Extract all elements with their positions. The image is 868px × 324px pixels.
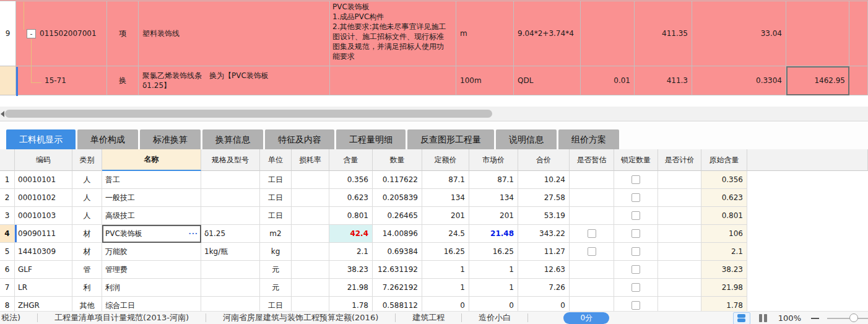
name-cell[interactable]: 管理费 [102, 261, 201, 279]
tab-工程量明细[interactable]: 工程量明细 [336, 129, 406, 149]
quantity-cell[interactable]: 0.01 [581, 66, 635, 95]
base-price-cell[interactable]: 1 [422, 261, 469, 279]
category-cell[interactable]: 人 [72, 189, 102, 207]
code-cell[interactable]: LR [15, 279, 72, 297]
feature-description-cell[interactable] [330, 66, 456, 95]
name-cell[interactable]: 一般技工 [102, 189, 201, 207]
market-price-cell[interactable]: 16.25 [469, 243, 518, 261]
spec-cell[interactable]: δ1.25 [201, 225, 260, 243]
price-cell[interactable]: 411.35 [635, 1, 692, 66]
priced-checkbox-cell[interactable] [658, 207, 701, 225]
table-row[interactable]: 7LR利利润元21.987.262192117.2621.98 [0, 279, 868, 297]
type-cell[interactable]: 项 [107, 1, 139, 66]
row-number-cell[interactable]: 6 [0, 261, 15, 279]
lock-qty-checkbox-cell[interactable] [614, 207, 658, 225]
unit-cell[interactable]: 工日 [260, 189, 292, 207]
checkbox[interactable] [631, 211, 640, 220]
name-cell[interactable]: 聚氯乙烯装饰线条 换为【PVC装饰板 δ1.25】 [139, 66, 330, 95]
total-cell[interactable]: 0.3304 [692, 66, 786, 95]
tab-说明信息[interactable]: 说明信息 [496, 129, 557, 149]
unit-cell[interactable]: 工日 [260, 171, 292, 189]
priced-checkbox-cell[interactable] [658, 189, 701, 207]
total-cell[interactable]: 53.19 [518, 207, 570, 225]
total-cell[interactable]: 11.27 [518, 243, 570, 261]
estimate-checkbox-cell[interactable] [570, 207, 614, 225]
quantity-cell[interactable]: 7.262192 [373, 279, 422, 297]
zoom-slider[interactable] [827, 318, 868, 319]
original-content-cell[interactable]: 0.356 [701, 171, 747, 189]
row-number-cell[interactable]: 7 [0, 279, 15, 297]
original-content-cell[interactable]: 106 [701, 225, 747, 243]
spec-cell[interactable] [201, 261, 260, 279]
market-price-cell[interactable]: 201 [469, 207, 518, 225]
code-cell[interactable]: 09090111 [15, 225, 72, 243]
original-content-cell[interactable]: 0.623 [701, 189, 747, 207]
total-cell[interactable]: 33.04 [692, 1, 786, 66]
quantity-cell[interactable]: 0.205839 [373, 189, 422, 207]
spec-cell[interactable] [201, 207, 260, 225]
market-price-cell[interactable]: 1 [469, 261, 518, 279]
estimate-checkbox-cell[interactable] [570, 243, 614, 261]
tab-工料机显示[interactable]: 工料机显示 [6, 129, 76, 149]
category-cell[interactable]: 管 [72, 261, 102, 279]
expression-cell[interactable]: 9.04*2+3.74*4 [514, 1, 581, 66]
checkbox[interactable] [631, 301, 640, 310]
estimate-checkbox-cell[interactable] [570, 261, 614, 279]
spec-cell[interactable] [201, 189, 260, 207]
tab-换算信息[interactable]: 换算信息 [202, 129, 263, 149]
name-cell[interactable]: 利润 [102, 279, 201, 297]
lock-qty-checkbox-cell[interactable] [614, 225, 658, 243]
selected-extra-cell[interactable]: 1462.95 [786, 66, 849, 95]
row-number-cell[interactable]: 3 [0, 207, 15, 225]
more-options-button[interactable]: ··· [188, 230, 198, 238]
tab-特征及内容[interactable]: 特征及内容 [265, 129, 334, 149]
lock-qty-checkbox-cell[interactable] [614, 279, 658, 297]
checkbox[interactable] [631, 193, 640, 202]
name-cell[interactable]: 塑料装饰线 [139, 1, 330, 66]
unit-cell[interactable]: kg [260, 243, 292, 261]
rows-layout-icon[interactable] [733, 312, 750, 324]
name-cell[interactable]: 高级技工 [102, 207, 201, 225]
tab-反查图形工程量[interactable]: 反查图形工程量 [407, 129, 494, 149]
market-price-cell[interactable]: 1 [469, 279, 518, 297]
content-cell[interactable]: 0.623 [329, 189, 373, 207]
scroll-left-arrow-icon[interactable] [1, 111, 4, 117]
loss-rate-cell[interactable] [292, 225, 329, 243]
tab-组价方案[interactable]: 组价方案 [558, 129, 619, 149]
loss-rate-cell[interactable] [292, 171, 329, 189]
lock-qty-checkbox-cell[interactable] [614, 171, 658, 189]
row-number-cell[interactable]: 5 [0, 243, 15, 261]
code-cell[interactable]: 00010103 [15, 207, 72, 225]
checkbox[interactable] [631, 265, 640, 274]
quantity-cell[interactable]: 0.69384 [373, 243, 422, 261]
base-price-cell[interactable]: 87.1 [422, 171, 469, 189]
priced-checkbox-cell[interactable] [658, 171, 701, 189]
loss-rate-cell[interactable] [292, 207, 329, 225]
tab-单价构成[interactable]: 单价构成 [77, 129, 138, 149]
checkbox[interactable] [588, 247, 596, 256]
content-cell[interactable]: 2.1 [329, 243, 373, 261]
base-price-cell[interactable]: 134 [422, 189, 469, 207]
columns-layout-icon[interactable] [759, 314, 767, 322]
horizontal-scrollbar[interactable] [0, 107, 868, 121]
total-cell[interactable]: 7.26 [518, 279, 570, 297]
zoom-out-icon[interactable] [811, 318, 819, 319]
original-content-cell[interactable]: 38.23 [701, 261, 747, 279]
tab-标准换算[interactable]: 标准换算 [140, 129, 201, 149]
lock-qty-checkbox-cell[interactable] [614, 189, 658, 207]
market-price-cell[interactable]: 87.1 [469, 171, 518, 189]
content-cell[interactable]: 38.23 [329, 261, 373, 279]
code-cell[interactable]: GLF [15, 261, 72, 279]
code-cell[interactable]: 14410309 [15, 243, 72, 261]
base-price-cell[interactable]: 24.5 [422, 225, 469, 243]
extra-cell[interactable] [786, 1, 849, 66]
zoom-slider-handle[interactable] [849, 313, 858, 322]
priced-checkbox-cell[interactable] [658, 261, 701, 279]
original-content-cell[interactable]: 21.98 [701, 279, 747, 297]
category-cell[interactable]: 人 [72, 171, 102, 189]
checkbox[interactable] [631, 247, 640, 256]
unit-cell[interactable]: m [456, 1, 514, 66]
unit-cell[interactable]: 元 [260, 261, 292, 279]
expression-cell[interactable]: QDL [514, 66, 581, 95]
unit-cell[interactable]: 100m [456, 66, 514, 95]
